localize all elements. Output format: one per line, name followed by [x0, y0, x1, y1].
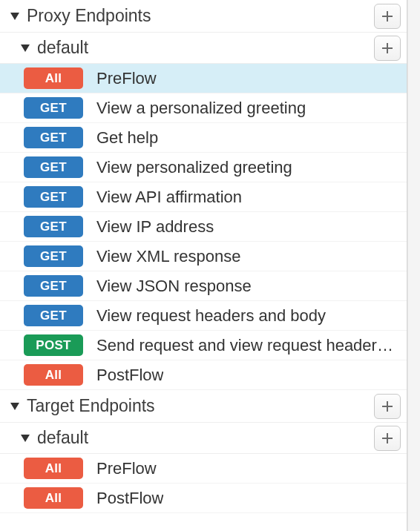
- add-endpoint-button[interactable]: [374, 394, 401, 419]
- flow-label: Get help: [96, 128, 158, 148]
- flow-label: PreFlow: [96, 69, 157, 88]
- flow-row[interactable]: GETGet help: [0, 123, 407, 153]
- flow-label: View personalized greeting: [96, 158, 292, 177]
- section-header[interactable]: Proxy Endpoints: [0, 0, 407, 33]
- section-title: Proxy Endpoints: [27, 6, 374, 26]
- add-flow-button[interactable]: [374, 426, 401, 451]
- chevron-down-icon: [21, 44, 30, 52]
- flow-row[interactable]: GETView JSON response: [0, 271, 407, 301]
- flow-label: PostFlow: [96, 366, 163, 385]
- right-gutter: [407, 0, 420, 531]
- subsection-header[interactable]: default: [0, 33, 407, 64]
- flow-row[interactable]: GETView request headers and body: [0, 301, 407, 331]
- add-flow-button[interactable]: [374, 36, 401, 61]
- section-header[interactable]: Target Endpoints: [0, 390, 407, 423]
- flow-label: View request headers and body: [96, 306, 326, 326]
- flow-label: PreFlow: [96, 459, 157, 478]
- subsection-title: default: [37, 38, 374, 58]
- flow-label: Send request and view request headers an…: [96, 336, 399, 355]
- chevron-down-icon: [10, 13, 19, 20]
- flow-row[interactable]: AllPostFlow: [0, 360, 407, 390]
- method-badge: All: [24, 458, 83, 479]
- navigator-panel: Proxy EndpointsdefaultAllPreFlowGETView …: [0, 0, 407, 531]
- method-badge: GET: [24, 216, 83, 237]
- method-badge: All: [24, 364, 83, 386]
- method-badge: GET: [24, 156, 83, 178]
- chevron-down-icon: [21, 435, 30, 442]
- flow-row[interactable]: GETView a personalized greeting: [0, 93, 407, 123]
- add-endpoint-button[interactable]: [374, 4, 401, 29]
- method-badge: GET: [24, 305, 83, 326]
- flow-row[interactable]: GETView XML response: [0, 242, 407, 271]
- flow-label: View IP address: [96, 217, 214, 237]
- flow-row[interactable]: GETView personalized greeting: [0, 153, 407, 182]
- flow-label: View a personalized greeting: [96, 99, 306, 118]
- method-badge: All: [24, 67, 83, 89]
- flow-label: View JSON response: [96, 277, 252, 296]
- method-badge: POST: [24, 334, 83, 356]
- method-badge: GET: [24, 245, 83, 267]
- flow-label: View XML response: [96, 247, 240, 266]
- flow-row[interactable]: AllPostFlow: [0, 484, 407, 513]
- flow-label: PostFlow: [96, 489, 163, 508]
- chevron-down-icon: [10, 403, 19, 410]
- section-title: Target Endpoints: [27, 396, 374, 416]
- subsection-header[interactable]: default: [0, 423, 407, 454]
- method-badge: GET: [24, 97, 83, 119]
- subsection-title: default: [37, 428, 374, 448]
- method-badge: GET: [24, 127, 83, 148]
- method-badge: GET: [24, 186, 83, 208]
- flow-row[interactable]: GETView IP address: [0, 212, 407, 242]
- flow-row[interactable]: AllPreFlow: [0, 64, 407, 93]
- flow-label: View API affirmation: [96, 188, 242, 207]
- flow-row[interactable]: POSTSend request and view request header…: [0, 331, 407, 360]
- flow-row[interactable]: AllPreFlow: [0, 454, 407, 484]
- method-badge: GET: [24, 275, 83, 297]
- method-badge: All: [24, 487, 83, 509]
- flow-row[interactable]: GETView API affirmation: [0, 182, 407, 212]
